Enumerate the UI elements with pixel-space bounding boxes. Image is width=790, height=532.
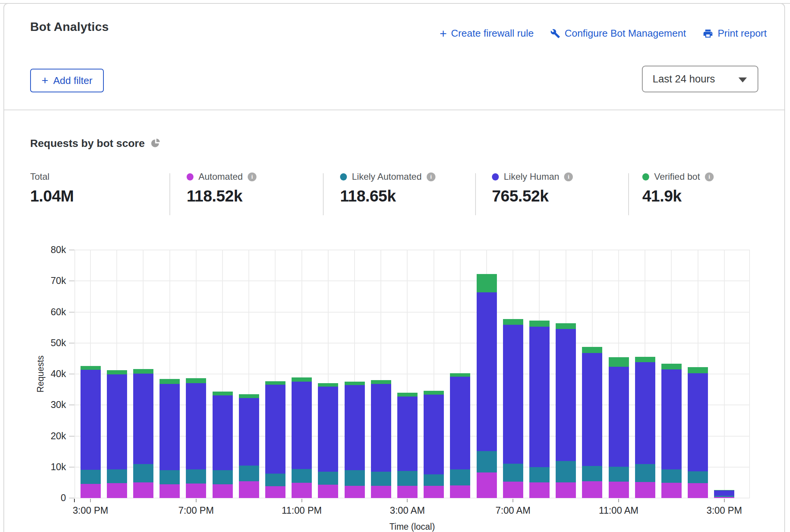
create-firewall-rule-link[interactable]: + Create firewall rule	[440, 27, 534, 39]
bar-500PM-verified-bot[interactable]	[133, 369, 153, 374]
add-filter-button[interactable]: + Add filter	[30, 69, 104, 92]
bar-600AM-likely-human[interactable]	[477, 292, 497, 451]
bar-300AM-likely-automated[interactable]	[397, 471, 418, 486]
bar-200PM-likely-automated[interactable]	[688, 471, 708, 483]
bar-1100AM-automated[interactable]	[609, 482, 629, 498]
bar-200AM-verified-bot[interactable]	[371, 380, 391, 384]
bar-800PM-likely-human[interactable]	[213, 395, 233, 470]
bar-700PM-automated[interactable]	[186, 484, 206, 498]
bar-800AM-likely-human[interactable]	[529, 327, 550, 467]
bar-1000PM-likely-human[interactable]	[265, 385, 285, 473]
bar-700AM-verified-bot[interactable]	[503, 319, 523, 325]
bar-1000AM-likely-human[interactable]	[582, 353, 602, 466]
bar-700PM-likely-automated[interactable]	[186, 469, 206, 484]
bar-1000AM-automated[interactable]	[582, 481, 602, 498]
bar-1000AM-likely-automated[interactable]	[582, 466, 602, 482]
bar-1200AM-likely-human[interactable]	[318, 387, 338, 472]
bar-600AM-likely-automated[interactable]	[477, 451, 497, 472]
bar-100AM-likely-automated[interactable]	[345, 470, 365, 486]
bar-500AM-automated[interactable]	[450, 485, 470, 498]
bar-200PM-verified-bot[interactable]	[688, 367, 708, 373]
bar-900AM-likely-automated[interactable]	[556, 461, 576, 482]
configure-bot-management-link[interactable]: Configure Bot Management	[550, 27, 686, 39]
bar-1000PM-automated[interactable]	[265, 486, 285, 498]
bar-1200AM-verified-bot[interactable]	[318, 383, 338, 387]
bar-1200PM-likely-automated[interactable]	[635, 464, 655, 482]
bar-200PM-likely-human[interactable]	[688, 373, 708, 472]
bar-1200PM-automated[interactable]	[635, 482, 655, 498]
bar-800PM-automated[interactable]	[213, 484, 233, 498]
bar-500PM-automated[interactable]	[133, 482, 153, 498]
bar-400AM-likely-automated[interactable]	[424, 474, 444, 486]
bar-400AM-likely-human[interactable]	[424, 395, 444, 475]
bar-1200AM-likely-automated[interactable]	[318, 472, 338, 485]
bar-700AM-likely-automated[interactable]	[503, 464, 523, 482]
bar-500AM-verified-bot[interactable]	[450, 373, 470, 377]
time-range-dropdown[interactable]: Last 24 hours	[642, 66, 758, 92]
bar-700AM-likely-human[interactable]	[503, 325, 523, 464]
info-icon[interactable]: i	[248, 172, 256, 181]
bar-800AM-automated[interactable]	[529, 482, 550, 498]
bar-100PM-automated[interactable]	[661, 483, 682, 498]
bar-500AM-likely-human[interactable]	[450, 377, 470, 469]
bar-300PM-likely-automated[interactable]	[81, 470, 101, 484]
bar-800AM-verified-bot[interactable]	[529, 321, 550, 326]
bar-400AM-automated[interactable]	[424, 486, 444, 498]
bar-300PM-likely-automated[interactable]	[714, 496, 734, 497]
bar-200AM-likely-automated[interactable]	[371, 472, 391, 486]
bar-100PM-likely-automated[interactable]	[661, 469, 682, 483]
bar-100AM-verified-bot[interactable]	[345, 382, 365, 385]
bar-300PM-verified-bot[interactable]	[81, 366, 101, 370]
bar-900AM-verified-bot[interactable]	[556, 323, 576, 329]
bar-300PM-automated[interactable]	[714, 497, 734, 498]
bar-900PM-verified-bot[interactable]	[239, 394, 259, 398]
bar-200AM-likely-human[interactable]	[371, 384, 391, 472]
bar-600PM-automated[interactable]	[160, 484, 180, 498]
info-icon[interactable]: i	[564, 172, 573, 181]
bar-1000PM-verified-bot[interactable]	[265, 381, 285, 385]
bar-100PM-verified-bot[interactable]	[661, 364, 682, 369]
bar-900AM-likely-human[interactable]	[556, 329, 576, 461]
bar-200PM-automated[interactable]	[688, 483, 708, 498]
bar-100AM-automated[interactable]	[345, 486, 365, 498]
bar-1200PM-likely-human[interactable]	[635, 362, 655, 464]
bar-1000PM-likely-automated[interactable]	[265, 474, 285, 486]
bar-900PM-automated[interactable]	[239, 481, 259, 498]
bar-300PM-verified-bot[interactable]	[714, 490, 734, 490]
bar-400PM-likely-human[interactable]	[107, 374, 127, 469]
bar-1100AM-likely-human[interactable]	[609, 367, 629, 467]
bar-200AM-automated[interactable]	[371, 486, 391, 498]
bar-100AM-likely-human[interactable]	[345, 385, 365, 470]
bar-400PM-automated[interactable]	[107, 483, 127, 498]
bar-900PM-likely-automated[interactable]	[239, 466, 259, 481]
info-icon[interactable]: i	[705, 172, 714, 181]
bar-500PM-likely-human[interactable]	[133, 374, 153, 464]
info-icon[interactable]: i	[427, 172, 435, 181]
bar-800AM-likely-automated[interactable]	[529, 467, 550, 482]
bar-700PM-verified-bot[interactable]	[186, 378, 206, 383]
bar-400PM-likely-automated[interactable]	[107, 469, 127, 483]
bar-1100PM-likely-human[interactable]	[292, 382, 312, 469]
bar-500PM-likely-automated[interactable]	[133, 464, 153, 482]
bar-1100AM-likely-automated[interactable]	[609, 467, 629, 482]
bar-500AM-likely-automated[interactable]	[450, 469, 470, 485]
bar-1100PM-likely-automated[interactable]	[292, 469, 312, 483]
bar-600AM-verified-bot[interactable]	[477, 274, 497, 292]
bar-600PM-likely-human[interactable]	[160, 384, 180, 470]
bar-600PM-verified-bot[interactable]	[160, 379, 180, 384]
bar-300AM-verified-bot[interactable]	[397, 393, 418, 397]
bar-400AM-verified-bot[interactable]	[424, 391, 444, 395]
bar-800PM-likely-automated[interactable]	[213, 470, 233, 484]
bar-300PM-automated[interactable]	[81, 484, 101, 498]
bar-300PM-likely-human[interactable]	[81, 370, 101, 470]
bar-300AM-likely-human[interactable]	[397, 397, 418, 471]
bar-600PM-likely-automated[interactable]	[160, 470, 180, 484]
bar-1000AM-verified-bot[interactable]	[582, 347, 602, 353]
bar-700AM-automated[interactable]	[503, 482, 523, 498]
bar-300PM-likely-human[interactable]	[714, 490, 734, 496]
bar-1200AM-automated[interactable]	[318, 485, 338, 498]
bar-900PM-likely-human[interactable]	[239, 398, 259, 466]
bar-700PM-likely-human[interactable]	[186, 383, 206, 470]
bar-1100PM-verified-bot[interactable]	[292, 377, 312, 382]
print-report-link[interactable]: Print report	[703, 27, 767, 39]
